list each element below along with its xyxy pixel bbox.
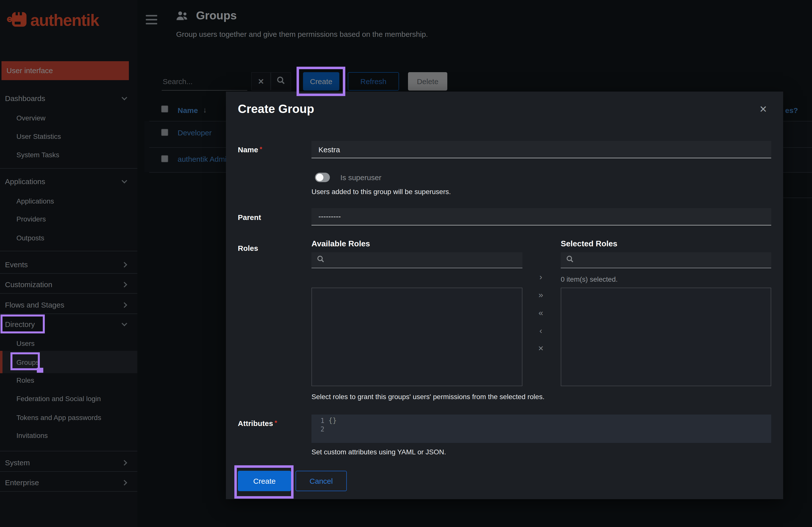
transfer-remove-icon[interactable]: ‹ <box>535 326 547 337</box>
modal-close-icon[interactable]: ✕ <box>759 103 767 115</box>
available-roles-listbox[interactable] <box>311 288 522 386</box>
search-icon <box>317 255 324 265</box>
attributes-help-text: Set custom attributes using YAML or JSON… <box>311 448 446 456</box>
roles-help-text: Select roles to grant this groups' users… <box>311 393 545 401</box>
selected-roles-listbox[interactable] <box>561 288 771 386</box>
transfer-remove-all-icon[interactable]: « <box>535 308 547 318</box>
modal-create-button[interactable]: Create <box>238 471 291 491</box>
transfer-add-all-icon[interactable]: » <box>535 290 547 301</box>
transfer-add-icon[interactable]: › <box>535 272 547 283</box>
selected-roles-title: Selected Roles <box>561 239 618 248</box>
required-marker: * <box>275 419 277 426</box>
available-roles-title: Available Roles <box>311 239 370 248</box>
screenshot-stage: authentik User interface Dashboards Over… <box>0 0 812 527</box>
roles-label: Roles <box>238 244 258 252</box>
selected-count-text: 0 item(s) selected. <box>561 275 618 283</box>
parent-select[interactable]: --------- <box>311 208 771 225</box>
selected-roles-search[interactable] <box>561 252 771 268</box>
is-superuser-label: Is superuser <box>340 173 381 182</box>
editor-code-content: {} <box>328 416 337 425</box>
modal-title: Create Group <box>238 102 314 116</box>
create-group-modal: Create Group ✕ Name* Is superuser Users … <box>226 91 783 499</box>
parent-label: Parent <box>238 213 261 222</box>
transfer-clear-icon[interactable]: ✕ <box>535 343 547 354</box>
available-roles-search[interactable] <box>311 252 522 268</box>
toggle-knob <box>316 174 323 181</box>
superuser-help-text: Users added to this group will be superu… <box>311 188 451 196</box>
name-field[interactable] <box>311 141 771 158</box>
attributes-label: Attributes* <box>238 419 277 427</box>
attributes-code-editor[interactable]: 1 2 {} <box>311 414 771 443</box>
modal-cancel-button[interactable]: Cancel <box>295 471 347 491</box>
editor-line-numbers: 1 2 <box>317 416 324 433</box>
name-label: Name* <box>238 145 262 154</box>
is-superuser-toggle[interactable] <box>315 173 330 182</box>
required-marker: * <box>260 145 262 153</box>
search-icon <box>566 255 574 265</box>
